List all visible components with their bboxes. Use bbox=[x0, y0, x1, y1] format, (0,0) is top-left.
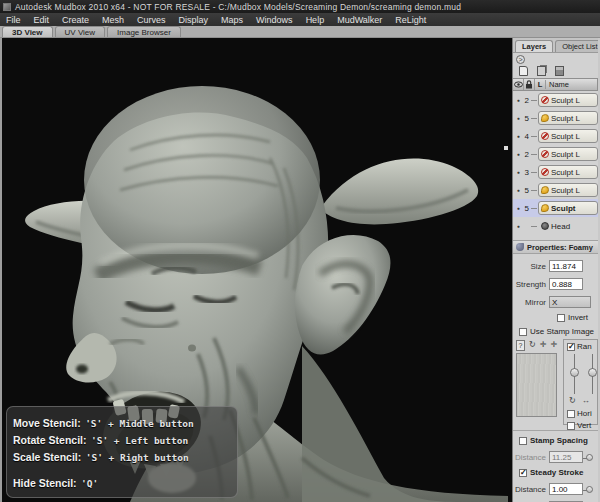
layer-chip[interactable]: Sculpt L bbox=[538, 147, 598, 161]
menu-mesh[interactable]: Mesh bbox=[102, 15, 124, 25]
stamp-randomize-group: Ran ↻ ↔ Hori bbox=[563, 339, 598, 425]
menu-maps[interactable]: Maps bbox=[221, 15, 243, 25]
layer-row[interactable]: ● 2 Sculpt L bbox=[513, 91, 598, 109]
divider bbox=[513, 430, 598, 431]
layer-active-icon bbox=[541, 204, 549, 212]
steady-stroke-distance-row: Distance 1.00 bbox=[513, 483, 598, 495]
steady-stroke-label: Steady Stroke bbox=[530, 468, 583, 477]
size-input[interactable]: 11.874 bbox=[549, 260, 583, 272]
tree-connector bbox=[531, 226, 537, 227]
layer-muted-icon bbox=[541, 168, 549, 176]
layer-visibility-dot[interactable]: ● bbox=[515, 115, 522, 121]
layer-visibility-dot[interactable]: ● bbox=[515, 169, 522, 175]
steady-stroke-row: Steady Stroke bbox=[513, 468, 598, 477]
tree-connector bbox=[531, 154, 537, 155]
layer-level: 5 bbox=[522, 204, 531, 213]
duplicate-layer-icon[interactable] bbox=[537, 66, 546, 76]
layer-name: Sculpt L bbox=[551, 168, 580, 177]
layer-visibility-dot[interactable]: ● bbox=[515, 205, 522, 211]
tree-connector bbox=[531, 172, 537, 173]
menu-file[interactable]: File bbox=[6, 15, 21, 25]
new-layer-icon[interactable] bbox=[519, 66, 528, 76]
visibility-column-eye-icon bbox=[513, 79, 524, 90]
tab-3d-view[interactable]: 3D View bbox=[2, 26, 53, 37]
stamp-reset-icon[interactable]: ↻ bbox=[569, 396, 576, 406]
menu-mudwalker[interactable]: MudWalker bbox=[337, 15, 382, 25]
horizontal-label: Hori bbox=[577, 409, 592, 418]
layer-level: 3 bbox=[522, 168, 531, 177]
layer-name: Sculpt bbox=[551, 204, 575, 213]
stamp-spacing-distance-input[interactable]: 11.25 bbox=[549, 451, 583, 463]
layer-level: 4 bbox=[522, 132, 531, 141]
layer-active-icon bbox=[541, 186, 549, 194]
tab-uv-view[interactable]: UV View bbox=[55, 26, 106, 37]
layer-visibility-dot[interactable]: ● bbox=[515, 223, 522, 229]
tab-image-browser[interactable]: Image Browser bbox=[107, 26, 181, 37]
vertical-label: Vert bbox=[577, 421, 591, 430]
stamp-move-icon[interactable]: ✛ bbox=[540, 340, 547, 350]
layer-row[interactable]: ● 5 Sculpt L bbox=[513, 109, 598, 127]
layer-screen-icon[interactable] bbox=[555, 66, 564, 76]
stamp-slider-1[interactable] bbox=[570, 354, 579, 394]
use-stamp-label: Use Stamp Image bbox=[530, 327, 594, 336]
randomize-checkbox[interactable] bbox=[567, 343, 575, 351]
tab-object-list[interactable]: Object List bbox=[555, 40, 598, 52]
stamp-spacing-slider[interactable] bbox=[586, 454, 593, 461]
layer-row[interactable]: ● 3 Sculpt L bbox=[513, 163, 598, 181]
size-row: Size 11.874 bbox=[513, 260, 598, 272]
stamp-help-button[interactable]: ? bbox=[516, 340, 525, 351]
layer-chip[interactable]: Sculpt L bbox=[538, 129, 598, 143]
steady-stroke-distance-input[interactable]: 1.00 bbox=[549, 483, 583, 495]
menu-windows[interactable]: Windows bbox=[256, 15, 293, 25]
layer-row[interactable]: ● 4 Sculpt L bbox=[513, 127, 598, 145]
stamp-slider-2[interactable] bbox=[588, 354, 597, 394]
layer-row-selected[interactable]: ● 5 Sculpt bbox=[513, 199, 598, 217]
layer-visibility-dot[interactable]: ● bbox=[515, 187, 522, 193]
menu-curves[interactable]: Curves bbox=[137, 15, 166, 25]
layer-chip[interactable]: Sculpt L bbox=[538, 111, 598, 125]
layer-muted-icon bbox=[541, 132, 549, 140]
stamp-spacing-distance-row: Distance 11.25 bbox=[513, 451, 598, 463]
layer-visibility-dot[interactable]: ● bbox=[515, 97, 522, 103]
view-tab-strip: 3D View UV View Image Browser bbox=[0, 26, 600, 38]
vertical-checkbox[interactable] bbox=[567, 422, 575, 430]
menu-display[interactable]: Display bbox=[179, 15, 209, 25]
stamp-flip-icon[interactable]: ↔ bbox=[582, 396, 590, 406]
size-label: Size bbox=[513, 262, 549, 271]
3d-viewport[interactable]: Move Stencil: 'S' + Middle button Rotate… bbox=[0, 38, 512, 502]
steady-stroke-checkbox[interactable] bbox=[519, 469, 527, 477]
stamp-thumbnail[interactable] bbox=[516, 353, 557, 417]
invert-checkbox[interactable] bbox=[557, 314, 565, 322]
layer-chip[interactable]: Sculpt L bbox=[538, 183, 598, 197]
layer-chip[interactable]: Sculpt L bbox=[538, 165, 598, 179]
name-column-header: Name bbox=[546, 80, 597, 89]
horizontal-checkbox[interactable] bbox=[567, 410, 575, 418]
panel-expander-button[interactable]: > bbox=[516, 55, 525, 64]
use-stamp-checkbox[interactable] bbox=[519, 328, 527, 336]
app-icon bbox=[3, 3, 11, 11]
layer-chip[interactable]: Sculpt L bbox=[538, 93, 598, 107]
menu-edit[interactable]: Edit bbox=[34, 15, 50, 25]
mesh-item[interactable]: Head bbox=[538, 219, 598, 233]
distance-label: Distance bbox=[513, 485, 549, 494]
tab-layers[interactable]: Layers bbox=[515, 40, 553, 52]
layer-chip[interactable]: Sculpt bbox=[538, 201, 598, 215]
mirror-dropdown[interactable]: X bbox=[549, 296, 591, 308]
stencil-help-scale: Scale Stencil: 'S' + Right button bbox=[13, 448, 231, 465]
layer-row[interactable]: ● 2 Sculpt L bbox=[513, 145, 598, 163]
layer-row-head[interactable]: ● Head bbox=[513, 217, 598, 235]
stamp-scale-icon[interactable]: ✛ bbox=[550, 340, 557, 350]
strength-input[interactable]: 0.888 bbox=[549, 278, 583, 290]
menu-create[interactable]: Create bbox=[62, 15, 89, 25]
layer-row[interactable]: ● 5 Sculpt L bbox=[513, 181, 598, 199]
layer-visibility-dot[interactable]: ● bbox=[515, 133, 522, 139]
stencil-help-hide: Hide Stencil: 'Q' bbox=[13, 474, 231, 491]
steady-stroke-slider[interactable] bbox=[586, 486, 593, 493]
menu-relight[interactable]: ReLight bbox=[395, 15, 426, 25]
layer-toolbar bbox=[513, 65, 598, 78]
stamp-spacing-checkbox[interactable] bbox=[519, 437, 527, 445]
layer-visibility-dot[interactable]: ● bbox=[515, 151, 522, 157]
menu-help[interactable]: Help bbox=[306, 15, 325, 25]
stamp-rotate-icon[interactable]: ↻ bbox=[529, 340, 536, 350]
randomize-label: Ran bbox=[577, 342, 592, 351]
